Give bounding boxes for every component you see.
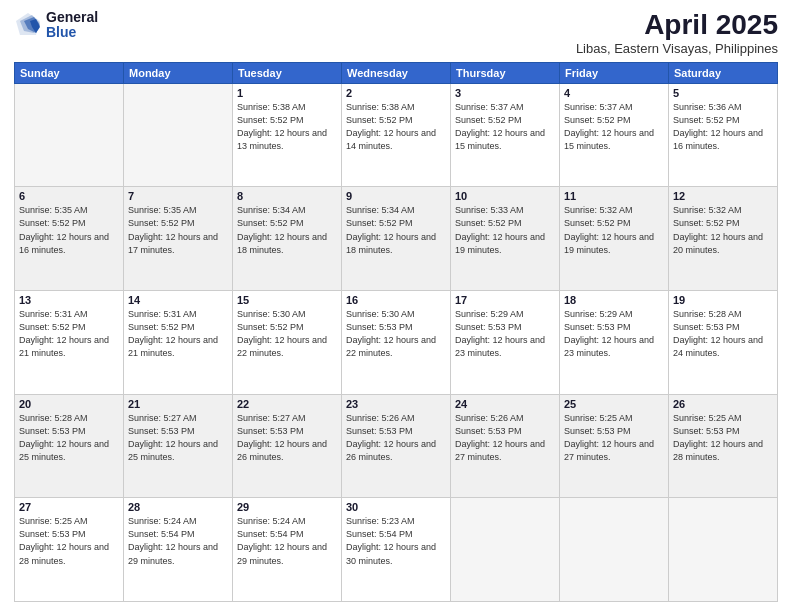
day-number: 18 [564,294,664,306]
logo: General Blue [14,10,98,41]
day-number: 24 [455,398,555,410]
calendar-day-cell: 9Sunrise: 5:34 AM Sunset: 5:52 PM Daylig… [342,187,451,291]
calendar-day-cell: 3Sunrise: 5:37 AM Sunset: 5:52 PM Daylig… [451,83,560,187]
calendar-header-cell: Tuesday [233,62,342,83]
logo-blue-text: Blue [46,25,98,40]
logo-icon [14,11,42,39]
day-number: 30 [346,501,446,513]
day-number: 11 [564,190,664,202]
calendar-header-row: SundayMondayTuesdayWednesdayThursdayFrid… [15,62,778,83]
calendar-day-cell: 4Sunrise: 5:37 AM Sunset: 5:52 PM Daylig… [560,83,669,187]
calendar-day-cell: 6Sunrise: 5:35 AM Sunset: 5:52 PM Daylig… [15,187,124,291]
calendar-day-cell: 19Sunrise: 5:28 AM Sunset: 5:53 PM Dayli… [669,291,778,395]
calendar-day-cell: 30Sunrise: 5:23 AM Sunset: 5:54 PM Dayli… [342,498,451,602]
calendar-day-cell: 14Sunrise: 5:31 AM Sunset: 5:52 PM Dayli… [124,291,233,395]
day-number: 22 [237,398,337,410]
logo-general-text: General [46,10,98,25]
calendar-day-cell: 18Sunrise: 5:29 AM Sunset: 5:53 PM Dayli… [560,291,669,395]
header: General Blue April 2025 Libas, Eastern V… [14,10,778,56]
day-number: 5 [673,87,773,99]
day-info: Sunrise: 5:26 AM Sunset: 5:53 PM Dayligh… [346,412,446,464]
day-info: Sunrise: 5:38 AM Sunset: 5:52 PM Dayligh… [237,101,337,153]
day-number: 1 [237,87,337,99]
day-info: Sunrise: 5:30 AM Sunset: 5:52 PM Dayligh… [237,308,337,360]
day-info: Sunrise: 5:25 AM Sunset: 5:53 PM Dayligh… [19,515,119,567]
calendar-header-cell: Wednesday [342,62,451,83]
day-info: Sunrise: 5:35 AM Sunset: 5:52 PM Dayligh… [19,204,119,256]
day-number: 25 [564,398,664,410]
calendar-week-row: 27Sunrise: 5:25 AM Sunset: 5:53 PM Dayli… [15,498,778,602]
calendar-day-cell: 15Sunrise: 5:30 AM Sunset: 5:52 PM Dayli… [233,291,342,395]
calendar-body: 1Sunrise: 5:38 AM Sunset: 5:52 PM Daylig… [15,83,778,601]
day-info: Sunrise: 5:37 AM Sunset: 5:52 PM Dayligh… [564,101,664,153]
calendar-day-cell [15,83,124,187]
day-number: 4 [564,87,664,99]
calendar-table: SundayMondayTuesdayWednesdayThursdayFrid… [14,62,778,602]
calendar-day-cell: 22Sunrise: 5:27 AM Sunset: 5:53 PM Dayli… [233,394,342,498]
day-info: Sunrise: 5:27 AM Sunset: 5:53 PM Dayligh… [237,412,337,464]
day-info: Sunrise: 5:34 AM Sunset: 5:52 PM Dayligh… [346,204,446,256]
location-title: Libas, Eastern Visayas, Philippines [576,41,778,56]
calendar-week-row: 6Sunrise: 5:35 AM Sunset: 5:52 PM Daylig… [15,187,778,291]
day-number: 7 [128,190,228,202]
day-info: Sunrise: 5:31 AM Sunset: 5:52 PM Dayligh… [128,308,228,360]
day-number: 16 [346,294,446,306]
day-number: 12 [673,190,773,202]
day-info: Sunrise: 5:24 AM Sunset: 5:54 PM Dayligh… [128,515,228,567]
logo-text: General Blue [46,10,98,41]
calendar-day-cell: 28Sunrise: 5:24 AM Sunset: 5:54 PM Dayli… [124,498,233,602]
calendar-day-cell: 13Sunrise: 5:31 AM Sunset: 5:52 PM Dayli… [15,291,124,395]
page: General Blue April 2025 Libas, Eastern V… [0,0,792,612]
calendar-day-cell: 26Sunrise: 5:25 AM Sunset: 5:53 PM Dayli… [669,394,778,498]
day-info: Sunrise: 5:24 AM Sunset: 5:54 PM Dayligh… [237,515,337,567]
day-number: 19 [673,294,773,306]
calendar-day-cell [560,498,669,602]
day-info: Sunrise: 5:32 AM Sunset: 5:52 PM Dayligh… [673,204,773,256]
day-info: Sunrise: 5:29 AM Sunset: 5:53 PM Dayligh… [564,308,664,360]
calendar-day-cell: 11Sunrise: 5:32 AM Sunset: 5:52 PM Dayli… [560,187,669,291]
day-info: Sunrise: 5:25 AM Sunset: 5:53 PM Dayligh… [564,412,664,464]
calendar-day-cell: 27Sunrise: 5:25 AM Sunset: 5:53 PM Dayli… [15,498,124,602]
calendar-day-cell: 8Sunrise: 5:34 AM Sunset: 5:52 PM Daylig… [233,187,342,291]
day-number: 27 [19,501,119,513]
day-number: 13 [19,294,119,306]
day-number: 28 [128,501,228,513]
calendar-day-cell: 1Sunrise: 5:38 AM Sunset: 5:52 PM Daylig… [233,83,342,187]
day-info: Sunrise: 5:26 AM Sunset: 5:53 PM Dayligh… [455,412,555,464]
day-number: 29 [237,501,337,513]
calendar-header-cell: Sunday [15,62,124,83]
day-info: Sunrise: 5:34 AM Sunset: 5:52 PM Dayligh… [237,204,337,256]
title-block: April 2025 Libas, Eastern Visayas, Phili… [576,10,778,56]
calendar-day-cell: 24Sunrise: 5:26 AM Sunset: 5:53 PM Dayli… [451,394,560,498]
day-info: Sunrise: 5:33 AM Sunset: 5:52 PM Dayligh… [455,204,555,256]
calendar-day-cell: 23Sunrise: 5:26 AM Sunset: 5:53 PM Dayli… [342,394,451,498]
day-number: 20 [19,398,119,410]
calendar-day-cell [669,498,778,602]
day-number: 17 [455,294,555,306]
calendar-week-row: 1Sunrise: 5:38 AM Sunset: 5:52 PM Daylig… [15,83,778,187]
day-info: Sunrise: 5:30 AM Sunset: 5:53 PM Dayligh… [346,308,446,360]
calendar-header-cell: Thursday [451,62,560,83]
calendar-week-row: 20Sunrise: 5:28 AM Sunset: 5:53 PM Dayli… [15,394,778,498]
calendar-day-cell: 7Sunrise: 5:35 AM Sunset: 5:52 PM Daylig… [124,187,233,291]
calendar-day-cell [124,83,233,187]
calendar-day-cell: 17Sunrise: 5:29 AM Sunset: 5:53 PM Dayli… [451,291,560,395]
calendar-day-cell: 20Sunrise: 5:28 AM Sunset: 5:53 PM Dayli… [15,394,124,498]
calendar-header-cell: Saturday [669,62,778,83]
calendar-day-cell: 21Sunrise: 5:27 AM Sunset: 5:53 PM Dayli… [124,394,233,498]
day-info: Sunrise: 5:28 AM Sunset: 5:53 PM Dayligh… [673,308,773,360]
day-number: 14 [128,294,228,306]
day-info: Sunrise: 5:37 AM Sunset: 5:52 PM Dayligh… [455,101,555,153]
day-info: Sunrise: 5:23 AM Sunset: 5:54 PM Dayligh… [346,515,446,567]
day-number: 2 [346,87,446,99]
day-info: Sunrise: 5:38 AM Sunset: 5:52 PM Dayligh… [346,101,446,153]
day-number: 23 [346,398,446,410]
day-number: 8 [237,190,337,202]
calendar-day-cell: 25Sunrise: 5:25 AM Sunset: 5:53 PM Dayli… [560,394,669,498]
calendar-day-cell: 10Sunrise: 5:33 AM Sunset: 5:52 PM Dayli… [451,187,560,291]
day-info: Sunrise: 5:28 AM Sunset: 5:53 PM Dayligh… [19,412,119,464]
calendar-day-cell: 16Sunrise: 5:30 AM Sunset: 5:53 PM Dayli… [342,291,451,395]
day-info: Sunrise: 5:27 AM Sunset: 5:53 PM Dayligh… [128,412,228,464]
day-info: Sunrise: 5:36 AM Sunset: 5:52 PM Dayligh… [673,101,773,153]
calendar-header-cell: Monday [124,62,233,83]
